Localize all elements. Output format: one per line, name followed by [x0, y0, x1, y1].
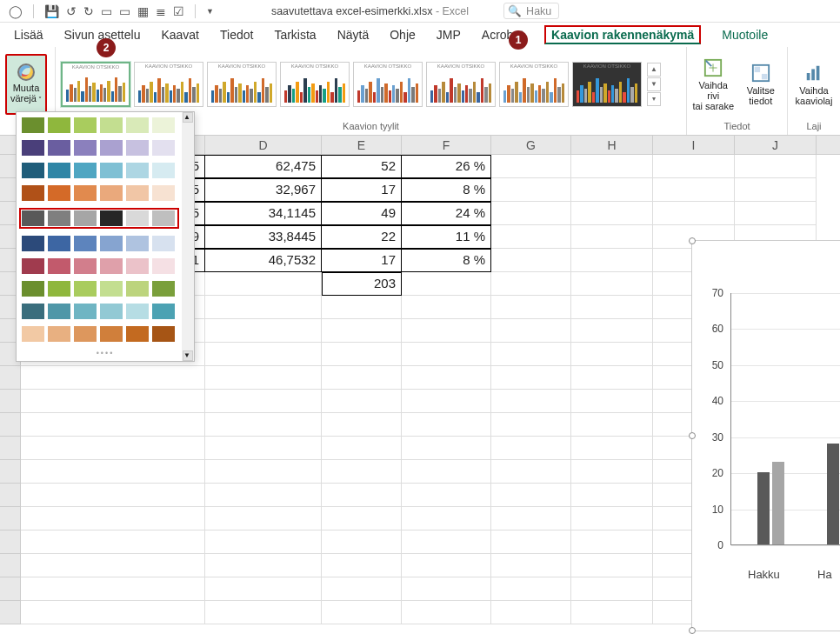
qat-overflow-icon[interactable]: ▼: [206, 7, 214, 16]
cell[interactable]: [571, 366, 653, 390]
cell[interactable]: [205, 601, 322, 624]
cell[interactable]: [322, 601, 402, 624]
tab-formulas[interactable]: Kaavat: [161, 28, 199, 42]
chart-style-option[interactable]: KAAVION OTSIKKO: [134, 62, 203, 107]
tab-view[interactable]: Näytä: [337, 28, 370, 42]
cell[interactable]: [205, 366, 322, 390]
cell[interactable]: 203: [322, 272, 402, 296]
cell[interactable]: [322, 343, 402, 366]
column-header[interactable]: D: [205, 136, 322, 154]
cell[interactable]: 33,8445: [205, 225, 322, 249]
row-header[interactable]: [0, 390, 21, 413]
cell[interactable]: [571, 554, 653, 577]
cell[interactable]: [322, 531, 402, 554]
column-header[interactable]: J: [735, 136, 817, 154]
cell[interactable]: [491, 178, 571, 202]
cell[interactable]: [491, 507, 571, 531]
tab-review[interactable]: Tarkista: [274, 28, 316, 42]
color-scheme-option[interactable]: [22, 281, 189, 297]
cell[interactable]: [21, 460, 205, 484]
cell[interactable]: [653, 155, 735, 178]
tell-me-search[interactable]: 🔍 Haku: [503, 3, 559, 19]
cell[interactable]: [491, 249, 571, 272]
cell[interactable]: 8 %: [402, 178, 491, 202]
cell[interactable]: [571, 460, 653, 484]
cell[interactable]: [491, 437, 571, 460]
cell[interactable]: [322, 484, 402, 507]
cell[interactable]: [491, 296, 571, 319]
cell[interactable]: [322, 366, 402, 390]
color-scheme-option[interactable]: [22, 304, 189, 319]
cell[interactable]: [322, 296, 402, 319]
cell[interactable]: [571, 390, 653, 413]
row-header[interactable]: [0, 460, 21, 484]
cell[interactable]: [322, 319, 402, 343]
redo-icon[interactable]: ↻: [83, 4, 94, 18]
cell[interactable]: 24 %: [402, 202, 491, 225]
cell[interactable]: [322, 460, 402, 484]
cell[interactable]: [571, 601, 653, 624]
cell[interactable]: [21, 554, 205, 577]
chart-style-option[interactable]: KAAVION OTSIKKO: [353, 62, 423, 107]
autosave-toggle[interactable]: ◯: [9, 4, 23, 18]
column-header[interactable]: E: [322, 136, 402, 154]
column-header[interactable]: F: [402, 136, 491, 154]
cell[interactable]: 62,475: [205, 155, 322, 178]
chart-style-option[interactable]: KAAVION OTSIKKO: [280, 62, 350, 107]
color-scheme-option[interactable]: [22, 140, 189, 156]
cell[interactable]: 52: [322, 155, 402, 178]
cell[interactable]: [21, 437, 205, 460]
cell[interactable]: [491, 531, 571, 554]
select-data-button[interactable]: Valitsetiedot: [740, 63, 783, 106]
cell[interactable]: [322, 577, 402, 601]
gallery-scroll-down[interactable]: ▼: [647, 77, 661, 91]
cell[interactable]: [205, 413, 322, 437]
row-header[interactable]: [0, 554, 21, 577]
cell[interactable]: [322, 437, 402, 460]
cell[interactable]: [653, 178, 735, 202]
cell[interactable]: [205, 554, 322, 577]
cell[interactable]: [322, 413, 402, 437]
color-scheme-option[interactable]: [22, 185, 189, 201]
row-header[interactable]: [0, 531, 21, 554]
cell[interactable]: [402, 413, 491, 437]
cell[interactable]: [402, 577, 491, 601]
cell[interactable]: [571, 577, 653, 601]
cell[interactable]: 26 %: [402, 155, 491, 178]
cell[interactable]: [491, 225, 571, 249]
cell[interactable]: 11 %: [402, 225, 491, 249]
cell[interactable]: [205, 296, 322, 319]
scroll-up-icon[interactable]: ▲: [183, 112, 193, 123]
change-colors-button[interactable]: Muuta värejä ˅: [5, 54, 47, 115]
color-scheme-option[interactable]: [22, 117, 189, 133]
column-header[interactable]: H: [571, 136, 653, 154]
cell[interactable]: [571, 225, 653, 249]
cell[interactable]: [322, 507, 402, 531]
cell[interactable]: 32,967: [205, 178, 322, 202]
row-header[interactable]: [0, 437, 21, 460]
cell[interactable]: [205, 577, 322, 601]
cell[interactable]: [402, 484, 491, 507]
row-header[interactable]: [0, 484, 21, 507]
cell[interactable]: [571, 484, 653, 507]
cell[interactable]: [735, 178, 817, 202]
row-header[interactable]: [0, 577, 21, 601]
color-scheme-option[interactable]: [22, 326, 189, 342]
column-header[interactable]: G: [491, 136, 571, 154]
cell[interactable]: [571, 155, 653, 178]
cell[interactable]: [322, 390, 402, 413]
embedded-chart[interactable]: 010203040506070 HakkuHa: [691, 240, 840, 631]
color-scheme-option[interactable]: [22, 163, 189, 178]
cell[interactable]: [491, 413, 571, 437]
resize-handle[interactable]: [689, 237, 696, 244]
tab-help[interactable]: Ohje: [390, 28, 416, 42]
tab-jmp[interactable]: JMP: [437, 28, 461, 42]
cell[interactable]: [402, 601, 491, 624]
cell[interactable]: [571, 249, 653, 272]
cell[interactable]: [735, 155, 817, 178]
cell[interactable]: [205, 531, 322, 554]
cell[interactable]: 34,1145: [205, 202, 322, 225]
cell[interactable]: [491, 343, 571, 366]
chart-style-option[interactable]: KAAVION OTSIKKO: [499, 62, 569, 107]
cell[interactable]: [205, 437, 322, 460]
